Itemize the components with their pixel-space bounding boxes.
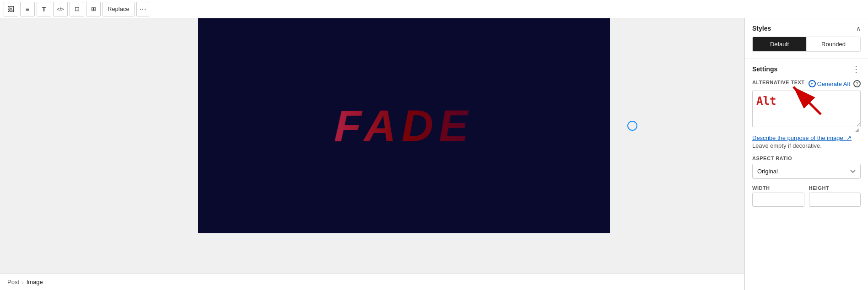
width-input[interactable] bbox=[752, 193, 804, 207]
height-label: HEIGHT bbox=[809, 185, 861, 191]
canvas-wrapper: FADE bbox=[0, 18, 744, 274]
settings-title: Settings bbox=[752, 65, 777, 73]
breadcrumb-current: Image bbox=[27, 279, 43, 285]
alt-text-input[interactable]: Alt bbox=[752, 91, 861, 127]
width-label: WIDTH bbox=[752, 185, 804, 191]
toolbar: 🖼 ≡ T </> ⊡ ⊞ Replace ⋯ bbox=[0, 0, 868, 18]
breadcrumb-parent[interactable]: Post bbox=[7, 279, 19, 285]
textarea-resize-handle: ◢ bbox=[855, 127, 860, 132]
dimensions-row: WIDTH HEIGHT bbox=[752, 185, 861, 207]
generate-alt-link[interactable]: Generate Alt bbox=[817, 81, 850, 87]
aspect-ratio-label: ASPECT RATIO bbox=[752, 156, 861, 161]
style-default-button[interactable]: Default bbox=[753, 37, 806, 51]
replace-button[interactable]: Replace bbox=[102, 2, 135, 16]
transform-tool-button[interactable]: ⊡ bbox=[70, 2, 84, 16]
image-tool-button[interactable]: 🖼 bbox=[4, 2, 18, 16]
alt-text-header-row: ALTERNATIVE TEXT ✦ Generate Alt ? bbox=[752, 80, 861, 88]
aspect-ratio-select[interactable]: Original 16:9 4:3 1:1 3:4 9:16 bbox=[752, 164, 861, 179]
styles-header: Styles ∧ bbox=[752, 25, 861, 32]
breadcrumb-separator: › bbox=[22, 279, 24, 285]
code-tool-button[interactable]: </> bbox=[53, 2, 68, 16]
styles-section: Styles ∧ Default Rounded bbox=[745, 18, 868, 59]
help-icon[interactable]: ? bbox=[853, 80, 861, 87]
alt-text-label: ALTERNATIVE TEXT bbox=[752, 80, 805, 85]
canvas-image-text: FADE bbox=[334, 101, 474, 151]
main-layout: FADE Post › Image Styles ∧ Default Round… bbox=[0, 18, 868, 290]
image-block[interactable]: FADE bbox=[198, 18, 610, 233]
styles-button-group: Default Rounded bbox=[752, 37, 861, 52]
settings-section: Settings ⋮ ALTERNATIVE TEXT ✦ Generate A… bbox=[745, 59, 868, 213]
generate-alt-icon: ✦ bbox=[809, 80, 816, 87]
generate-alt-row: ✦ Generate Alt ? bbox=[809, 80, 861, 87]
settings-header: Settings ⋮ bbox=[752, 65, 861, 73]
text-tool-button[interactable]: T bbox=[37, 2, 51, 16]
settings-more-button[interactable]: ⋮ bbox=[852, 65, 861, 73]
width-group: WIDTH bbox=[752, 185, 804, 207]
breadcrumb: Post › Image bbox=[0, 274, 744, 290]
style-rounded-button[interactable]: Rounded bbox=[806, 37, 860, 51]
height-group: HEIGHT bbox=[809, 185, 861, 207]
image-canvas: FADE bbox=[198, 18, 610, 233]
align-tool-button[interactable]: ≡ bbox=[20, 2, 35, 16]
canvas-area: FADE Post › Image bbox=[0, 18, 744, 290]
describe-purpose-link[interactable]: Describe the purpose of the image. ↗ bbox=[752, 134, 861, 141]
alt-textarea-container: Alt ◢ bbox=[752, 91, 861, 133]
styles-title: Styles bbox=[752, 25, 771, 32]
styles-collapse-button[interactable]: ∧ bbox=[856, 25, 861, 32]
right-panel: Styles ∧ Default Rounded Settings ⋮ ALTE… bbox=[744, 18, 868, 290]
resize-handle-circle[interactable] bbox=[627, 121, 637, 131]
leave-empty-hint: Leave empty if decorative. bbox=[752, 142, 861, 149]
ocr-tool-button[interactable]: ⊞ bbox=[86, 2, 101, 16]
more-options-button[interactable]: ⋯ bbox=[136, 2, 149, 16]
height-input[interactable] bbox=[809, 193, 861, 207]
